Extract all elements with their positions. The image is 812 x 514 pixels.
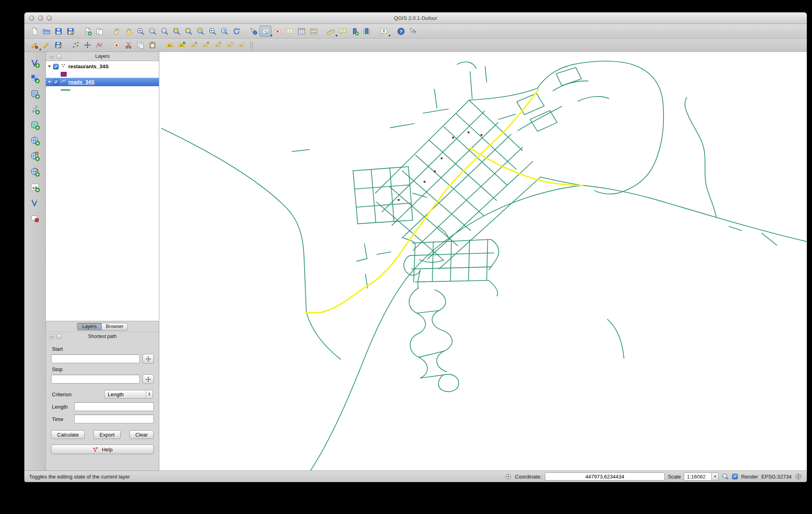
coordinate-input[interactable] <box>545 472 665 480</box>
start-capture-button[interactable] <box>143 354 154 364</box>
layer-visibility-checkbox[interactable]: ✓ <box>53 64 59 69</box>
new-print-composer-button[interactable] <box>81 26 93 37</box>
time-field[interactable] <box>74 415 154 423</box>
add-delimited-text-layer-button[interactable]: a,b <box>28 182 42 195</box>
add-wfs-layer-button[interactable] <box>28 166 42 179</box>
add-vector-layer-button[interactable] <box>28 57 42 70</box>
add-wms-layer-button[interactable] <box>28 135 42 148</box>
open-project-button[interactable] <box>40 26 52 37</box>
identify-features-button[interactable]: i <box>248 26 259 37</box>
layer-symbol-swatch[interactable] <box>61 89 70 91</box>
criterion-select[interactable]: Length ▲▼ <box>104 390 153 399</box>
export-button[interactable]: Export <box>93 430 121 439</box>
expand-arrow-icon[interactable] <box>48 81 51 83</box>
minimize-window-button[interactable] <box>38 16 43 21</box>
pan-to-selection-button[interactable] <box>123 26 135 37</box>
move-feature-button[interactable] <box>81 40 93 51</box>
add-mssql-layer-button[interactable] <box>28 119 42 132</box>
show-hidden-labels-button[interactable]: abc <box>224 40 236 51</box>
field-calculator-button[interactable] <box>307 26 319 37</box>
zoom-next-button[interactable] <box>218 26 230 37</box>
open-attribute-table-button[interactable] <box>295 26 307 37</box>
layer-symbol-swatch[interactable] <box>61 72 67 77</box>
start-input[interactable] <box>51 354 140 363</box>
current-edits-button[interactable]: ▾ <box>28 40 40 51</box>
expand-arrow-icon[interactable] <box>48 65 51 67</box>
tab-browser[interactable]: Browser <box>102 323 128 330</box>
text-annotation-button[interactable]: T▾ <box>378 26 390 37</box>
new-shapefile-layer-button[interactable] <box>28 197 42 210</box>
rotate-label-button[interactable]: abc <box>200 40 212 51</box>
scale-dropdown-arrow-icon[interactable]: ▼ <box>712 472 719 480</box>
refresh-map-button[interactable] <box>230 26 242 37</box>
whats-this-button[interactable]: ? <box>407 26 419 37</box>
zoom-window-button[interactable] <box>47 16 52 21</box>
zoom-native-button[interactable]: 1:1 <box>158 26 170 37</box>
render-checkbox[interactable]: ✓ <box>732 474 738 479</box>
show-bookmarks-button[interactable] <box>360 26 372 37</box>
layer-row-restaurants_34S[interactable]: ✓restaurants_34S <box>46 62 159 71</box>
float-panel-icon[interactable]: ▫ <box>56 54 61 59</box>
change-label-button[interactable]: abc <box>176 40 188 51</box>
map-canvas[interactable] <box>159 52 807 471</box>
pan-map-button[interactable] <box>111 26 123 37</box>
zoom-last-button[interactable] <box>206 26 218 37</box>
close-panel-icon[interactable]: ✕ <box>49 54 54 59</box>
map-tips-button[interactable] <box>337 26 349 37</box>
toolbar-drag-handle-icon[interactable] <box>250 41 253 49</box>
calculate-button[interactable]: Calculate <box>51 430 85 439</box>
copy-features-button[interactable] <box>135 40 147 51</box>
zoom-in-button[interactable] <box>135 26 147 37</box>
close-window-button[interactable] <box>29 16 34 21</box>
measure-line-button[interactable]: ▾ <box>325 26 337 37</box>
layer-visibility-checkbox[interactable]: ✓ <box>53 79 59 85</box>
stop-capture-button[interactable] <box>143 374 154 384</box>
add-wcs-layer-button[interactable] <box>28 150 42 164</box>
add-raster-layer-icon <box>30 73 40 85</box>
new-spatialite-layer-button[interactable] <box>28 213 42 226</box>
zoom-full-button[interactable] <box>170 26 182 37</box>
node-tool-button[interactable] <box>93 40 105 51</box>
select-by-expression-button[interactable]: ε <box>283 26 295 37</box>
select-features-button[interactable]: ▾ <box>259 26 271 37</box>
move-label-button[interactable]: abc <box>188 40 200 51</box>
clear-button[interactable]: Clear <box>129 430 154 439</box>
mouse-position-icon[interactable] <box>505 473 512 480</box>
add-spatialite-layer-button[interactable] <box>28 104 42 117</box>
scale-magnifier-icon[interactable] <box>722 473 729 480</box>
zoom-out-button[interactable] <box>147 26 158 37</box>
cut-features-button[interactable] <box>123 40 135 51</box>
zoom-to-selection-button[interactable] <box>182 26 194 37</box>
paste-features-button[interactable] <box>147 40 158 51</box>
layer-tree[interactable]: ✓restaurants_34S✓roads_34S <box>46 61 159 321</box>
scale-value[interactable]: 1:16082 <box>684 472 712 480</box>
crs-status-icon[interactable] <box>795 473 802 480</box>
help-contents-button[interactable]: ? <box>395 26 407 37</box>
labeling-button[interactable]: abc <box>164 40 176 51</box>
stop-input[interactable] <box>51 375 140 384</box>
save-project-button[interactable] <box>52 26 64 37</box>
new-project-button[interactable] <box>28 26 40 37</box>
layer-row-roads_34S[interactable]: ✓roads_34S <box>46 78 159 86</box>
save-project-as-button[interactable] <box>64 26 76 37</box>
open-attribute-table-icon <box>297 27 306 36</box>
new-bookmark-button[interactable] <box>349 26 360 37</box>
help-button[interactable]: Help <box>51 445 154 454</box>
scale-combobox[interactable]: 1:16082 ▼ <box>684 472 719 480</box>
length-field[interactable] <box>74 402 154 411</box>
toggle-editing-button[interactable] <box>40 40 52 51</box>
delete-selected-button[interactable] <box>111 40 123 51</box>
pin-labels-button[interactable]: abc <box>212 40 224 51</box>
add-feature-button[interactable] <box>69 40 81 51</box>
label-properties-button[interactable]: abc <box>236 40 248 51</box>
save-layer-edits-button[interactable] <box>52 40 64 51</box>
tab-layers[interactable]: Layers <box>77 323 102 330</box>
close-panel-icon[interactable]: ✕ <box>49 334 54 339</box>
zoom-to-layer-button[interactable] <box>194 26 206 37</box>
add-wcs-layer-icon <box>30 151 40 163</box>
deselect-all-button[interactable] <box>271 26 283 37</box>
composer-manager-button[interactable] <box>93 26 105 37</box>
add-postgis-layer-button[interactable] <box>28 88 42 101</box>
add-raster-layer-button[interactable] <box>28 73 42 86</box>
float-panel-icon[interactable]: ▫ <box>56 334 61 339</box>
